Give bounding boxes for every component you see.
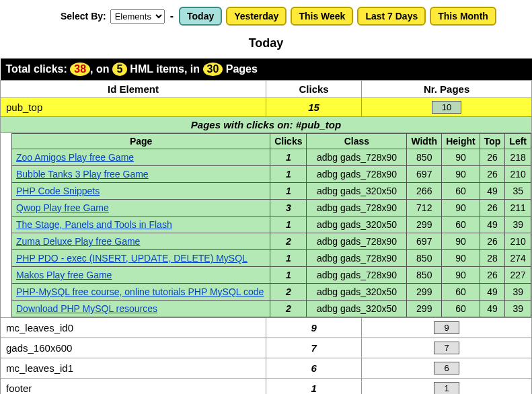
detail-clicks: 1	[270, 149, 307, 166]
element-clicks: 7	[266, 338, 362, 358]
summary-sep2: HML items, in	[127, 63, 203, 75]
detail-left: 274	[505, 250, 531, 267]
detail-class: adbg gads_728x90	[307, 250, 407, 267]
detail-clicks: 1	[270, 216, 307, 233]
detail-top: 49	[480, 183, 505, 200]
detail-left: 227	[505, 267, 531, 284]
detail-top: 49	[480, 284, 505, 301]
detail-width: 299	[407, 216, 442, 233]
element-id: footer	[1, 379, 266, 395]
detail-height: 60	[442, 216, 480, 233]
element-row[interactable]: footer11	[1, 379, 532, 395]
element-pages-cell: 1	[362, 379, 532, 395]
element-row[interactable]: mc_leaves_id166	[1, 358, 532, 379]
detail-class: adbg gads_728x90	[307, 200, 407, 216]
total-pages-badge: 30	[203, 63, 223, 76]
detail-top: 26	[480, 166, 505, 183]
element-clicks: 6	[266, 358, 362, 379]
detail-height: 90	[442, 200, 480, 216]
detail-row: Qwop Play free Game3adbg gads_728x907129…	[12, 200, 531, 216]
main-header-row: Id Element Clicks Nr. Pages	[1, 81, 532, 98]
detail-title-id: #pub_top	[296, 119, 342, 130]
detail-height: 60	[442, 183, 480, 200]
detail-width: 697	[407, 166, 442, 183]
detail-left: 39	[505, 284, 531, 301]
detail-table: Page Clicks Class Width Height Top Left …	[11, 133, 531, 317]
detail-class: adbg gads_320x50	[307, 216, 407, 233]
this-week-button[interactable]: This Week	[291, 7, 353, 26]
page-link[interactable]: Makos Play free Game	[16, 270, 112, 280]
header-nr-pages: Nr. Pages	[362, 81, 532, 98]
selected-id: pub_top	[1, 98, 266, 117]
detail-row: PHP PDO - exec (INSERT, UPDATE, DELETE) …	[12, 250, 531, 267]
detail-height: 90	[442, 267, 480, 284]
this-month-button[interactable]: This Month	[430, 7, 496, 26]
element-pages-button[interactable]: 6	[434, 362, 459, 375]
element-row[interactable]: mc_leaves_id099	[1, 318, 532, 338]
detail-clicks: 2	[270, 233, 307, 250]
detail-title: Pages with clicks on: #pub_top	[1, 117, 532, 133]
main-table: Total clicks: 38, on 5 HML items, in 30 …	[0, 58, 532, 394]
page-link[interactable]: PHP PDO - exec (INSERT, UPDATE, DELETE) …	[16, 253, 248, 264]
element-pages-button[interactable]: 9	[434, 321, 459, 334]
summary-sep1: , on	[90, 63, 112, 75]
top-controls: Select By: Elements - Today Yesterday Th…	[0, 0, 532, 31]
detail-width: 299	[407, 301, 442, 317]
page-link[interactable]: Bubble Tanks 3 Play free Game	[16, 169, 149, 180]
detail-class: adbg gads_728x90	[307, 267, 407, 284]
detail-header-row: Page Clicks Class Width Height Top Left	[12, 134, 531, 149]
element-pages-button[interactable]: 7	[434, 342, 459, 354]
detail-height: 90	[442, 233, 480, 250]
selected-pages-button[interactable]: 10	[432, 101, 461, 114]
detail-header-left: Left	[505, 134, 531, 149]
summary-suffix: Pages	[223, 63, 258, 75]
detail-header-height: Height	[442, 134, 480, 149]
element-pages-cell: 7	[362, 338, 532, 358]
selected-element-row[interactable]: pub_top 15 10	[1, 98, 532, 117]
detail-top: 26	[480, 233, 505, 250]
today-button[interactable]: Today	[179, 7, 222, 26]
element-pages-button[interactable]: 1	[434, 382, 459, 394]
detail-left: 35	[505, 183, 531, 200]
page-link[interactable]: The Stage, Panels and Tools in Flash	[16, 219, 172, 230]
page-link[interactable]: Qwop Play free Game	[16, 202, 109, 213]
detail-page: The Stage, Panels and Tools in Flash	[12, 216, 270, 233]
element-id: gads_160x600	[1, 338, 266, 358]
detail-page: PHP-MySQL free course, online tutorials …	[12, 284, 270, 301]
header-id-element: Id Element	[1, 81, 266, 98]
total-items-badge: 5	[112, 63, 127, 76]
detail-class: adbg gads_728x90	[307, 233, 407, 250]
detail-width: 712	[407, 200, 442, 216]
last-7-days-button[interactable]: Last 7 Days	[357, 7, 426, 26]
page-title: Today	[0, 31, 532, 58]
detail-row: Makos Play free Game1adbg gads_728x90850…	[12, 267, 531, 284]
header-clicks: Clicks	[266, 81, 362, 98]
selected-clicks: 15	[266, 98, 362, 117]
page-link[interactable]: Zoo Amigos Play free Game	[16, 152, 134, 163]
detail-header-page: Page	[12, 134, 270, 149]
detail-title-prefix: Pages with clicks on:	[191, 119, 296, 130]
detail-clicks: 1	[270, 267, 307, 284]
detail-width: 850	[407, 250, 442, 267]
detail-height: 90	[442, 149, 480, 166]
detail-class: adbg gads_320x50	[307, 301, 407, 317]
yesterday-button[interactable]: Yesterday	[226, 7, 287, 26]
detail-row: Bubble Tanks 3 Play free Game1adbg gads_…	[12, 166, 531, 183]
element-row[interactable]: gads_160x60077	[1, 338, 532, 358]
page-link[interactable]: Zuma Deluxe Play free Game	[16, 236, 140, 247]
select-by-label: Select By:	[61, 11, 106, 22]
detail-top: 26	[480, 200, 505, 216]
detail-clicks: 3	[270, 200, 307, 216]
element-clicks: 9	[266, 318, 362, 338]
detail-row: Zoo Amigos Play free Game1adbg gads_728x…	[12, 149, 531, 166]
page-link[interactable]: PHP-MySQL free course, online tutorials …	[16, 286, 264, 297]
detail-left: 211	[505, 200, 531, 216]
detail-clicks: 2	[270, 284, 307, 301]
page-link[interactable]: PHP Code Snippets	[16, 186, 100, 196]
total-clicks-badge: 38	[70, 63, 90, 76]
detail-clicks: 1	[270, 183, 307, 200]
page-link[interactable]: Download PHP MySQL resources	[16, 303, 157, 314]
detail-width: 299	[407, 284, 442, 301]
select-by-dropdown[interactable]: Elements	[110, 9, 165, 24]
detail-height: 90	[442, 166, 480, 183]
